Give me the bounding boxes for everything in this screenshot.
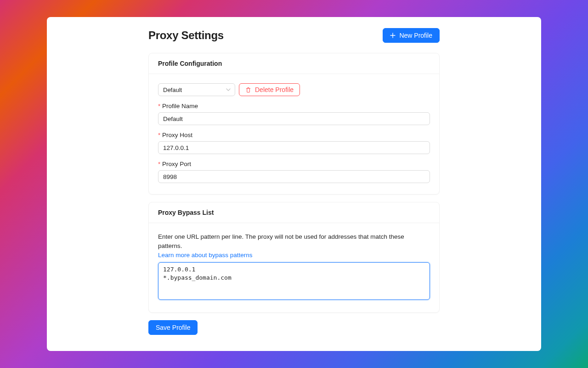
bypass-learn-more-link[interactable]: Learn more about bypass patterns — [158, 252, 253, 259]
profile-select-value: Default — [163, 86, 182, 93]
profile-config-title: Profile Configuration — [149, 53, 439, 74]
profile-name-input[interactable] — [158, 112, 430, 125]
proxy-port-field: Proxy Port — [158, 161, 430, 183]
proxy-port-label: Proxy Port — [158, 161, 430, 167]
save-row: Save Profile — [148, 320, 440, 335]
chevron-down-icon — [226, 87, 231, 92]
bypass-list-title: Proxy Bypass List — [149, 202, 439, 223]
content-column: Proxy Settings New Profile Profile Confi… — [148, 28, 440, 335]
profile-config-card: Profile Configuration Default Delete Pro… — [148, 53, 440, 195]
profile-config-body: Default Delete Profile Profile Name — [149, 74, 439, 194]
proxy-host-input[interactable] — [158, 141, 430, 154]
page-header: Proxy Settings New Profile — [148, 28, 440, 43]
delete-profile-label: Delete Profile — [255, 86, 294, 93]
save-profile-label: Save Profile — [156, 324, 190, 331]
trash-icon — [245, 87, 251, 93]
new-profile-button[interactable]: New Profile — [383, 28, 440, 43]
proxy-host-label: Proxy Host — [158, 132, 430, 138]
page-title: Proxy Settings — [148, 29, 224, 42]
profile-name-field: Profile Name — [158, 103, 430, 125]
bypass-list-body: Enter one URL pattern per line. The prox… — [149, 223, 439, 312]
profile-select-row: Default Delete Profile — [158, 83, 430, 96]
bypass-list-card: Proxy Bypass List Enter one URL pattern … — [148, 202, 440, 313]
bypass-hint-text: Enter one URL pattern per line. The prox… — [158, 232, 430, 251]
bypass-list-textarea[interactable] — [158, 262, 430, 300]
proxy-host-field: Proxy Host — [158, 132, 430, 154]
delete-profile-button[interactable]: Delete Profile — [239, 83, 300, 96]
profile-select[interactable]: Default — [158, 83, 235, 96]
settings-window: Proxy Settings New Profile Profile Confi… — [47, 17, 541, 351]
proxy-port-input[interactable] — [158, 170, 430, 183]
save-profile-button[interactable]: Save Profile — [148, 320, 198, 335]
plus-icon — [390, 33, 396, 38]
profile-name-label: Profile Name — [158, 103, 430, 109]
new-profile-label: New Profile — [399, 32, 432, 39]
